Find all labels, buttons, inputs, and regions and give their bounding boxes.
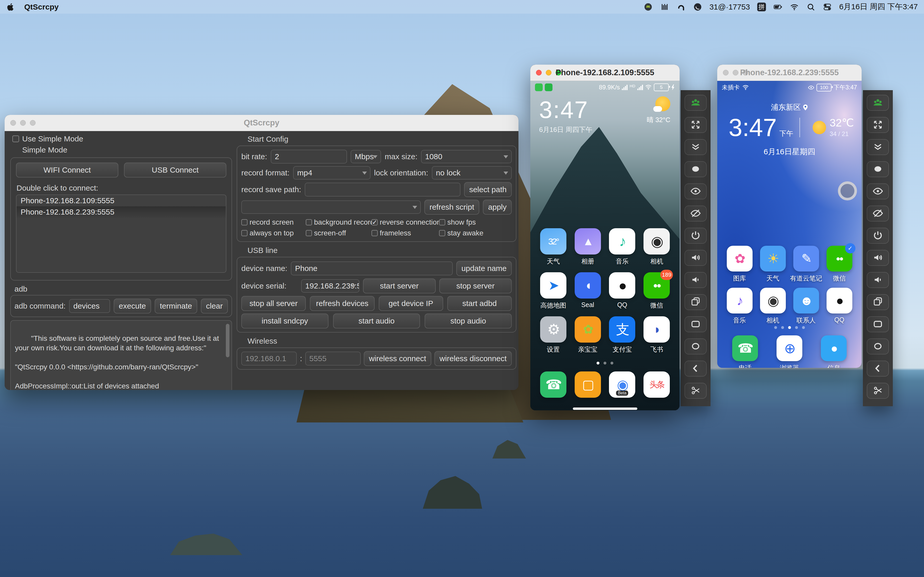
lock-orientation-select[interactable]: no lock <box>432 166 512 179</box>
menu-button[interactable] <box>867 338 889 355</box>
app-tile[interactable]: ▲ <box>575 228 601 255</box>
adb-command-input[interactable]: devices <box>69 299 110 313</box>
app-tile[interactable]: ◉ Beta <box>609 371 635 398</box>
app-tile[interactable]: ✿ <box>575 316 601 343</box>
assistive-ball[interactable] <box>838 181 857 200</box>
dock-app-icon[interactable]: ☎ 电话 <box>730 335 760 368</box>
app-tile[interactable]: ● <box>609 272 635 298</box>
expand-menu-button[interactable] <box>685 139 707 155</box>
start-audio-button[interactable]: start audio <box>333 313 420 329</box>
app-tile[interactable]: ☎ <box>540 371 566 398</box>
checkbox-box[interactable] <box>306 219 312 226</box>
app-icon[interactable]: ◉ 相机 <box>641 228 672 266</box>
log-output[interactable]: "This software is completely open source… <box>10 320 232 390</box>
dock-app-icon[interactable]: ▢ <box>573 371 603 398</box>
checkbox-box[interactable] <box>439 230 445 236</box>
bit-rate-input[interactable]: 2 <box>271 150 347 164</box>
wireless-ip-input[interactable]: 192.168.0.1 <box>241 351 297 366</box>
app-icon[interactable]: ➤ 高德地图 <box>538 272 569 309</box>
menu-datetime[interactable]: 6月16日 周四 下午3:47 <box>839 2 918 12</box>
start-adbd-button[interactable]: start adbd <box>447 296 512 311</box>
app-tile[interactable]: ☀ <box>760 246 786 271</box>
back-button[interactable] <box>867 361 889 377</box>
bit-rate-unit-select[interactable]: Mbps <box>351 150 381 163</box>
wifi-connect-button[interactable]: WIFI Connect <box>16 163 118 177</box>
app-icon[interactable]: ◉ 相机 <box>758 288 788 324</box>
app-switch-button[interactable] <box>867 294 889 310</box>
use-simple-mode-checkbox[interactable]: Use Simple Mode <box>12 134 232 144</box>
stop-audio-button[interactable]: stop audio <box>425 313 512 329</box>
device-list-item[interactable]: Phone-192.168.2.239:5555 <box>16 206 226 218</box>
device-serial-select[interactable]: 192.168.2.239:5 <box>301 279 359 293</box>
vpn-status-icon[interactable] <box>693 2 702 11</box>
app-icon[interactable]: ● QQ <box>824 288 855 324</box>
config-checkbox[interactable]: screen-off <box>306 229 372 238</box>
execute-button[interactable]: execute <box>114 298 151 313</box>
app-icon[interactable]: ◗ 飞书 <box>641 316 672 354</box>
app-icon[interactable]: ⚙ 设置 <box>538 316 569 354</box>
app-tile[interactable]: ✎ <box>793 246 819 271</box>
spotlight-search-icon[interactable] <box>806 2 816 11</box>
wifi-icon[interactable] <box>790 2 799 11</box>
phone1-screen[interactable]: 89.9K/s HD 5 3:47 6月16日 周四下午 晴 32°C 32° <box>530 81 680 410</box>
app-icon[interactable]: 32° 天气 <box>538 228 569 266</box>
device-list-item[interactable]: Phone-192.168.2.109:5555 <box>16 195 226 206</box>
back-button[interactable] <box>685 361 707 377</box>
dock-app-icon[interactable]: ⊕ 浏览器 <box>774 335 804 368</box>
volume-down-button[interactable] <box>685 272 707 288</box>
config-checkbox[interactable]: record screen <box>241 218 306 227</box>
app-tile[interactable]: ◖ <box>575 272 601 298</box>
record-save-path-input[interactable] <box>305 183 460 197</box>
install-sndcpy-button[interactable]: install sndcpy <box>241 313 328 329</box>
power-button[interactable] <box>867 228 889 244</box>
app-icon[interactable]: ●● ✓ 微信 <box>824 246 855 282</box>
config-checkbox[interactable]: ✓ reverse connection <box>372 218 439 227</box>
volume-up-button[interactable] <box>867 250 889 266</box>
usb-connect-button[interactable]: USB Connect <box>124 163 226 177</box>
fullscreen-button[interactable] <box>867 117 889 133</box>
phone2-titlebar[interactable]: Phone-192.168.2.239:5555 <box>717 64 862 81</box>
checkbox-box[interactable]: ✓ <box>372 219 378 226</box>
app-icon[interactable]: ◖ Seal <box>573 272 603 309</box>
app-icon[interactable]: ✿ 图库 <box>724 246 755 282</box>
screen-on-button[interactable] <box>685 184 707 199</box>
app-switch-button[interactable] <box>685 294 707 310</box>
wireless-connect-button[interactable]: wireless connect <box>364 351 431 366</box>
group-control-button[interactable] <box>685 95 707 111</box>
group-control-button[interactable] <box>867 95 889 111</box>
config-checkbox[interactable]: always on top <box>241 229 306 238</box>
checkbox-box[interactable] <box>12 135 19 142</box>
log-scrollbar[interactable] <box>226 324 229 357</box>
dock-app-icon[interactable]: ◉ Beta <box>607 371 637 398</box>
control-center-icon[interactable] <box>823 2 832 11</box>
app-tile[interactable]: ●● ✓ <box>827 246 852 271</box>
get-device-ip-button[interactable]: get device IP <box>379 296 443 311</box>
home-indicator[interactable] <box>573 408 637 410</box>
app-tile[interactable]: ☎ <box>732 335 758 361</box>
select-path-button[interactable]: select path <box>464 182 512 197</box>
config-checkbox[interactable]: background record <box>306 218 372 227</box>
home-button[interactable] <box>867 316 889 332</box>
screen-on-button[interactable] <box>867 184 889 199</box>
refresh-script-button[interactable]: refresh script <box>424 200 479 214</box>
app-icon[interactable]: ♪ 音乐 <box>607 228 637 266</box>
max-size-select[interactable]: 1080 <box>421 150 512 163</box>
app-icon[interactable]: ● QQ <box>607 272 637 309</box>
dock-app-icon[interactable]: ☎ <box>538 371 569 398</box>
refresh-devices-button[interactable]: refresh devices <box>310 296 374 311</box>
stop-server-button[interactable]: stop server <box>439 279 512 293</box>
script-select[interactable] <box>241 200 421 214</box>
app-tile[interactable]: ⊕ <box>777 335 802 361</box>
screen-off-button[interactable] <box>867 206 889 221</box>
fullscreen-button[interactable] <box>685 117 707 133</box>
config-checkbox[interactable]: stay awake <box>439 229 512 238</box>
update-name-button[interactable]: update name <box>456 261 512 276</box>
phone2-screen[interactable]: 未插卡 100 下午3:47 浦东新区 3:47 下午 32℃ 34 / 21 … <box>717 81 862 368</box>
phone1-titlebar[interactable]: Phone-192.168.2.109:5555 <box>530 64 680 81</box>
checkbox-box[interactable] <box>241 230 247 236</box>
app-tile[interactable]: ☻ <box>793 288 819 313</box>
menu-button[interactable] <box>685 338 707 355</box>
home-button[interactable] <box>685 316 707 332</box>
wireless-disconnect-button[interactable]: wireless disconnect <box>435 351 512 366</box>
app-tile[interactable]: ● <box>827 288 852 313</box>
